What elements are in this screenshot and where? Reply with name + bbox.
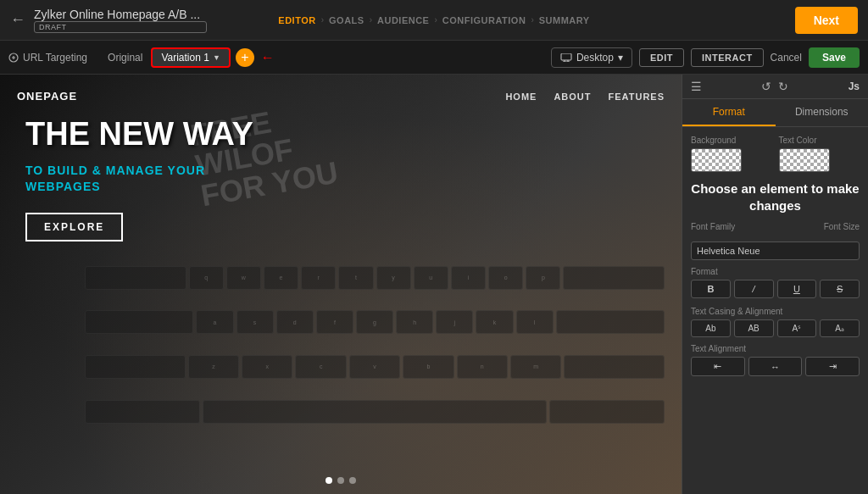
- tab-dimensions[interactable]: Dimensions: [776, 99, 869, 126]
- panel-header: ☰ ↺ ↻ Js: [682, 75, 868, 99]
- cancel-button[interactable]: Cancel: [771, 52, 802, 64]
- tab-format[interactable]: Format: [682, 99, 776, 126]
- dot-2[interactable]: [337, 477, 344, 484]
- casing-sub-button[interactable]: Aₐ: [820, 319, 860, 337]
- tab-original[interactable]: Original: [99, 48, 151, 67]
- tab-variation-1[interactable]: Variation 1 ▼: [151, 47, 230, 68]
- underline-button[interactable]: U: [777, 280, 817, 298]
- align-center-button[interactable]: ↔: [748, 357, 803, 376]
- dot-1[interactable]: [326, 477, 332, 484]
- font-size-label: Font Size: [824, 222, 860, 231]
- text-color-label: Text Color: [779, 136, 860, 145]
- text-color-item: Text Color: [779, 136, 860, 172]
- format-buttons: B / U S: [691, 280, 860, 298]
- panel-body: Background Text Color Choose an element …: [682, 127, 868, 494]
- panel-menu-icon[interactable]: ☰: [691, 80, 702, 93]
- align-buttons: ⇤ ↔ ⇥: [691, 357, 860, 376]
- step-goals[interactable]: GOALS: [329, 15, 364, 25]
- page-title: Zylker Online Homepage A/B ...: [34, 8, 200, 21]
- toolbar-right: Desktop ▾ EDIT INTERACT Cancel Save: [551, 47, 860, 68]
- chevron-icon: ›: [370, 15, 372, 25]
- align-left-button[interactable]: ⇤: [691, 357, 745, 376]
- text-alignment-label: Text Alignment: [691, 344, 860, 353]
- main-content: qwertyuiop asdfghjkl zxcvbnm ONEPAGE HOM…: [0, 75, 868, 494]
- casing-buttons: Ab AB Aˢ Aₐ: [691, 319, 860, 337]
- chevron-down-icon: ▼: [213, 53, 220, 62]
- bg-label: Background: [691, 136, 772, 145]
- casing-AB-button[interactable]: AB: [734, 319, 774, 337]
- undo-button[interactable]: ↺: [761, 80, 771, 93]
- pagination-dots: [326, 477, 356, 484]
- draft-badge: DRAFT: [34, 21, 207, 33]
- choose-element-text: Choose an element to make changes: [691, 180, 860, 214]
- strikethrough-button[interactable]: S: [820, 280, 860, 298]
- desktop-selector[interactable]: Desktop ▾: [551, 47, 632, 68]
- link-icon: [8, 53, 19, 63]
- back-button[interactable]: ←: [10, 11, 25, 29]
- svg-rect-1: [561, 53, 571, 60]
- color-group: Background Text Color: [691, 136, 860, 172]
- hero-content: THE NEW WAY TO BUILD & MANAGE YOURWEBPAG…: [25, 117, 253, 241]
- add-variation-button[interactable]: +: [236, 48, 254, 67]
- undo-redo-group: ↺ ↻: [761, 80, 788, 93]
- save-button[interactable]: Save: [809, 47, 860, 68]
- site-navbar: ONEPAGE HOME ABOUT FEATURES: [0, 81, 682, 111]
- site-logo: ONEPAGE: [17, 90, 77, 103]
- nav-link-features[interactable]: FEATURES: [609, 92, 665, 102]
- align-right-button[interactable]: ⇥: [805, 357, 860, 376]
- url-targeting[interactable]: URL Targeting: [8, 52, 87, 64]
- chevron-icon: ›: [321, 15, 324, 25]
- chevron-icon: ›: [531, 15, 533, 25]
- dot-3[interactable]: [349, 477, 356, 484]
- italic-button[interactable]: /: [734, 280, 774, 298]
- font-family-input[interactable]: [691, 241, 860, 260]
- nav-link-home[interactable]: HOME: [505, 92, 537, 102]
- step-configuration[interactable]: CONFIGURATION: [442, 15, 526, 25]
- font-row: Font Family Font Size: [691, 222, 860, 235]
- keyboard-grid: qwertyuiop asdfghjkl zxcvbnm: [85, 257, 665, 477]
- background-swatch[interactable]: [691, 148, 742, 172]
- format-label: Format: [691, 267, 860, 276]
- side-panel: ☰ ↺ ↻ Js Format Dimensions Background Te…: [682, 75, 868, 494]
- text-casing-label: Text Casing & Alignment: [691, 307, 860, 316]
- red-arrow-icon: ←: [261, 50, 275, 65]
- background-color-item: Background: [691, 136, 772, 172]
- edit-button[interactable]: EDIT: [639, 48, 684, 67]
- nav-link-about[interactable]: ABOUT: [554, 92, 591, 102]
- text-color-swatch[interactable]: [779, 148, 830, 172]
- hero-cta-button[interactable]: EXPLORE: [25, 213, 123, 241]
- redo-button[interactable]: ↻: [778, 80, 788, 93]
- site-nav-links: HOME ABOUT FEATURES: [505, 92, 665, 102]
- font-family-label: Font Family: [691, 222, 735, 231]
- webpage-preview[interactable]: qwertyuiop asdfghjkl zxcvbnm ONEPAGE HOM…: [0, 75, 682, 494]
- bold-button[interactable]: B: [691, 280, 731, 298]
- casing-ab-button[interactable]: Ab: [691, 319, 731, 337]
- desktop-icon: [560, 53, 572, 62]
- url-targeting-label: URL Targeting: [23, 52, 87, 64]
- panel-tabs: Format Dimensions: [682, 99, 868, 127]
- step-editor[interactable]: EDITOR: [278, 15, 315, 25]
- js-button[interactable]: Js: [849, 80, 860, 92]
- dropdown-icon: ▾: [618, 52, 623, 64]
- casing-sup-button[interactable]: Aˢ: [777, 319, 817, 337]
- variation-label: Variation 1: [161, 52, 209, 64]
- hero-background: qwertyuiop asdfghjkl zxcvbnm ONEPAGE HOM…: [0, 75, 682, 494]
- toolbar: URL Targeting Original Variation 1 ▼ + ←…: [0, 41, 868, 75]
- chevron-icon: ›: [434, 15, 437, 25]
- hero-subtitle: TO BUILD & MANAGE YOURWEBPAGES: [25, 163, 253, 196]
- nav-steps: EDITOR › GOALS › AUDIENCE › CONFIGURATIO…: [278, 15, 589, 25]
- interact-button[interactable]: INTERACT: [691, 48, 764, 67]
- step-audience[interactable]: AUDIENCE: [377, 15, 429, 25]
- next-button[interactable]: Next: [795, 7, 858, 34]
- desktop-label: Desktop: [576, 52, 614, 64]
- step-summary[interactable]: SUMMARY: [539, 15, 590, 25]
- hero-title: THE NEW WAY: [25, 117, 253, 153]
- top-nav: ← Zylker Online Homepage A/B ... DRAFT E…: [0, 0, 868, 41]
- variation-tabs: Original Variation 1 ▼ + ←: [99, 47, 275, 68]
